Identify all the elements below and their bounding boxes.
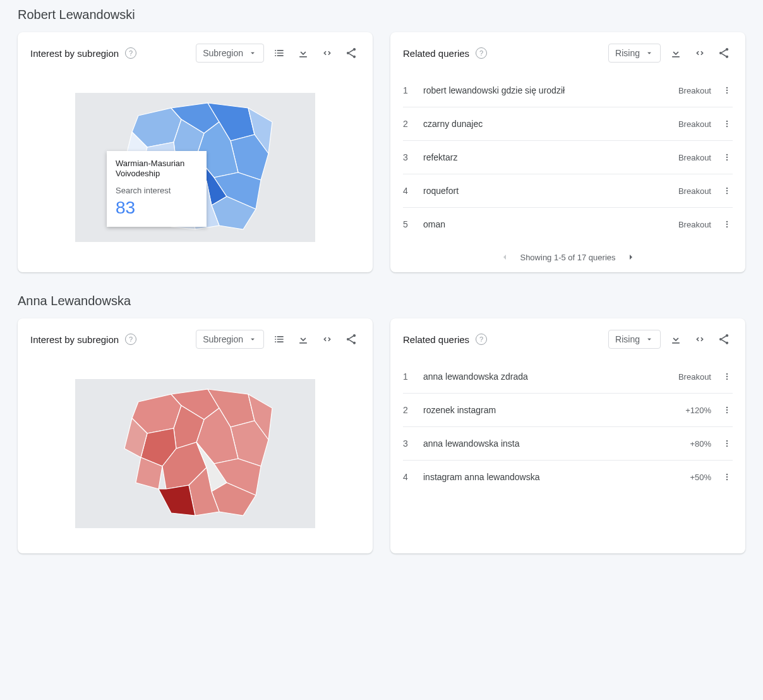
pager-next-button[interactable]	[626, 252, 636, 262]
tooltip-region: Warmian-Masurian Voivodeship	[116, 159, 198, 179]
rising-dropdown[interactable]: Rising	[608, 44, 661, 63]
query-list: 1 robert lewandowski gdzie się urodził B…	[390, 74, 745, 241]
query-rank: 2	[403, 119, 413, 129]
query-text: anna lewandowska zdrada	[423, 371, 668, 382]
share-button[interactable]	[342, 44, 360, 62]
more-menu-button[interactable]	[721, 153, 733, 162]
query-row[interactable]: 1 anna lewandowska zdrada Breakout	[403, 360, 733, 394]
svg-point-34	[726, 443, 728, 444]
share-icon	[345, 333, 357, 346]
caret-down-icon	[248, 49, 257, 57]
download-button[interactable]	[667, 330, 685, 348]
pager-prev-button[interactable]	[500, 252, 510, 262]
more-menu-button[interactable]	[721, 186, 733, 195]
share-button[interactable]	[715, 44, 733, 62]
card-title: Interest by subregion	[30, 334, 119, 345]
rising-dropdown[interactable]: Rising	[608, 330, 661, 349]
help-icon[interactable]: ?	[476, 47, 487, 59]
more-vertical-icon	[723, 220, 731, 229]
svg-point-36	[726, 474, 728, 475]
query-rank: 1	[403, 371, 413, 382]
map-box[interactable]: Warmian-Masurian Voivodeship Search inte…	[75, 93, 315, 242]
svg-point-31	[726, 409, 728, 411]
query-row[interactable]: 3 refektarz Breakout	[403, 141, 733, 174]
code-icon	[694, 333, 706, 346]
download-button[interactable]	[294, 44, 312, 62]
card-header: Interest by subregion ? Subregion	[18, 32, 373, 74]
svg-point-10	[726, 123, 728, 124]
svg-point-20	[726, 226, 728, 227]
svg-point-12	[726, 154, 728, 155]
query-row[interactable]: 1 robert lewandowski gdzie się urodził B…	[403, 74, 733, 107]
dropdown-label: Subregion	[203, 48, 243, 58]
list-icon	[273, 333, 285, 346]
query-text: anna lewandowska insta	[423, 438, 680, 449]
query-row[interactable]: 2 rozenek instagram +120%	[403, 394, 733, 427]
query-row[interactable]: 5 oman Breakout	[403, 208, 733, 241]
svg-point-7	[726, 90, 728, 91]
related-queries-card: Related queries ? Rising 1 anna lewandow…	[390, 318, 745, 553]
more-menu-button[interactable]	[721, 119, 733, 128]
dropdown-label: Rising	[615, 48, 640, 58]
query-metric: Breakout	[678, 220, 711, 229]
svg-point-16	[726, 190, 728, 191]
download-button[interactable]	[294, 330, 312, 348]
share-button[interactable]	[715, 330, 733, 348]
interest-card: Interest by subregion ? Subregion	[18, 318, 373, 553]
more-vertical-icon	[723, 473, 731, 481]
more-menu-button[interactable]	[721, 372, 733, 381]
svg-point-35	[726, 445, 728, 447]
help-icon[interactable]: ?	[125, 47, 136, 59]
svg-point-28	[726, 376, 728, 377]
more-menu-button[interactable]	[721, 86, 733, 95]
map-box[interactable]	[75, 379, 315, 528]
code-icon	[321, 47, 333, 59]
query-metric: Breakout	[678, 372, 711, 382]
query-row[interactable]: 3 anna lewandowska insta +80%	[403, 427, 733, 461]
embed-button[interactable]	[318, 330, 336, 348]
query-metric: Breakout	[678, 153, 711, 162]
more-vertical-icon	[723, 153, 731, 162]
query-text: czarny dunajec	[423, 119, 668, 129]
download-button[interactable]	[667, 44, 685, 62]
list-view-button[interactable]	[270, 330, 288, 348]
share-icon	[718, 333, 730, 346]
card-title: Interest by subregion	[30, 48, 119, 59]
share-button[interactable]	[342, 330, 360, 348]
caret-down-icon	[248, 335, 257, 344]
query-row[interactable]: 4 roquefort Breakout	[403, 174, 733, 208]
more-menu-button[interactable]	[721, 439, 733, 448]
card-header: Interest by subregion ? Subregion	[18, 318, 373, 360]
subregion-dropdown[interactable]: Subregion	[196, 44, 264, 63]
card-title: Related queries	[403, 48, 469, 59]
more-vertical-icon	[723, 186, 731, 195]
help-icon[interactable]: ?	[476, 334, 487, 345]
query-text: oman	[423, 219, 668, 229]
embed-button[interactable]	[691, 44, 709, 62]
more-menu-button[interactable]	[721, 220, 733, 229]
svg-point-38	[726, 479, 728, 480]
section-title: Anna Lewandowska	[18, 294, 745, 308]
more-vertical-icon	[723, 372, 731, 381]
svg-point-9	[726, 121, 728, 122]
more-menu-button[interactable]	[721, 473, 733, 481]
pager-text: Showing 1-5 of 17 queries	[520, 253, 615, 262]
share-icon	[345, 47, 357, 59]
query-rank: 2	[403, 405, 413, 415]
more-menu-button[interactable]	[721, 406, 733, 414]
list-view-button[interactable]	[270, 44, 288, 62]
query-row[interactable]: 4 instagram anna lewandowska +50%	[403, 461, 733, 493]
subregion-dropdown[interactable]: Subregion	[196, 330, 264, 349]
query-rank: 3	[403, 152, 413, 162]
section-title: Robert Lewandowski	[18, 8, 745, 22]
download-icon	[297, 47, 309, 59]
query-metric: +120%	[685, 406, 711, 415]
query-row[interactable]: 2 czarny dunajec Breakout	[403, 107, 733, 141]
query-metric: +50%	[690, 473, 711, 482]
query-rank: 1	[403, 85, 413, 95]
embed-button[interactable]	[318, 44, 336, 62]
help-icon[interactable]: ?	[125, 334, 136, 345]
embed-button[interactable]	[691, 330, 709, 348]
poland-map	[113, 383, 277, 524]
svg-point-8	[726, 92, 728, 94]
